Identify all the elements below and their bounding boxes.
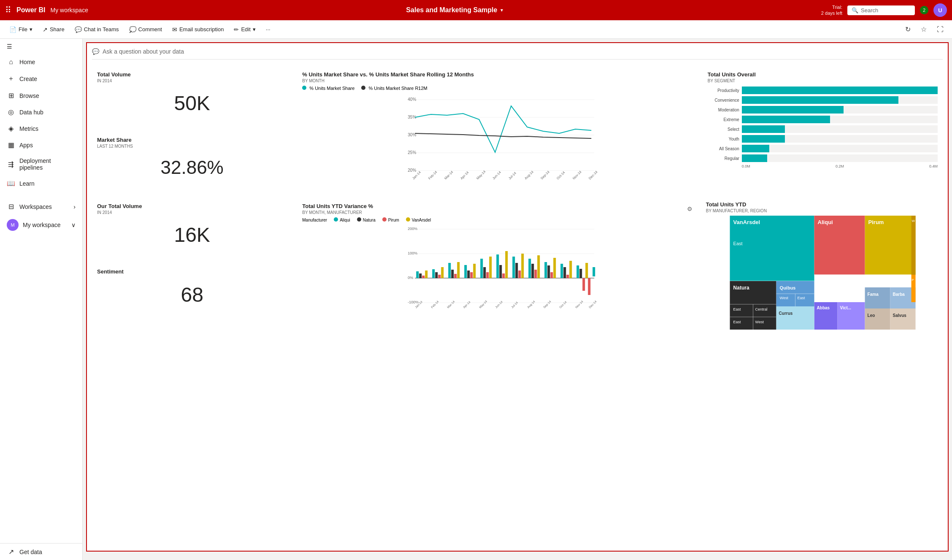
sidebar-item-home[interactable]: ⌂ Home — [0, 54, 82, 70]
top-navigation: ⠿ Power BI My workspace Sales and Market… — [0, 0, 952, 20]
workspace-label[interactable]: My workspace — [50, 7, 88, 14]
waffle-icon[interactable]: ⠿ — [5, 5, 11, 15]
email-subscription-button[interactable]: ✉ Email subscription — [168, 24, 228, 35]
ytd-variance-svg: 200% 100% 0% -100% — [302, 225, 692, 309]
sidebar-item-deployment-pipelines[interactable]: ⇶ Deployment pipelines — [0, 153, 82, 175]
chat-in-teams-button[interactable]: 💬 Chat in Teams — [70, 24, 123, 35]
svg-rect-30 — [416, 271, 419, 278]
sidebar-item-label: Data hub — [19, 109, 43, 116]
more-options-button[interactable]: ··· — [262, 24, 275, 34]
sidebar-item-label: Metrics — [19, 125, 38, 132]
svg-text:Mar-14: Mar-14 — [444, 170, 454, 181]
svg-rect-66 — [561, 264, 563, 278]
sidebar-item-data-hub[interactable]: ◎ Data hub — [0, 104, 82, 120]
svg-text:Feb-14: Feb-14 — [430, 300, 439, 309]
sidebar-item-metrics[interactable]: ◈ Metrics — [0, 120, 82, 137]
legend-natura: Natura — [357, 217, 376, 222]
svg-text:25%: 25% — [408, 150, 416, 155]
comment-label: Comment — [138, 26, 162, 32]
comment-button[interactable]: 💭 Comment — [125, 24, 166, 35]
file-button[interactable]: 📄 File ▾ — [5, 24, 37, 35]
sidebar-item-apps[interactable]: ▦ Apps — [0, 137, 82, 153]
svg-rect-50 — [497, 254, 499, 278]
workspaces-icon: ⊟ — [7, 203, 15, 211]
dashboard-top-grid: Total Volume IN 2014 50K Market Share LA… — [92, 66, 943, 193]
create-icon: ＋ — [7, 74, 15, 83]
svg-rect-62 — [545, 262, 547, 278]
svg-text:Aliqui: Aliqui — [817, 219, 833, 225]
svg-rect-55 — [516, 263, 518, 278]
sidebar-item-learn[interactable]: 📖 Learn — [0, 175, 82, 192]
svg-rect-69 — [570, 261, 572, 278]
svg-rect-40 — [454, 274, 457, 278]
sidebar-item-workspaces[interactable]: ⊟ Workspaces › — [0, 198, 82, 215]
total-units-overall-title: Total Units Overall — [708, 71, 938, 78]
edit-button[interactable]: ✏ Edit ▾ — [230, 24, 260, 35]
get-data-icon: ↗ — [7, 548, 15, 556]
teams-icon: 💬 — [75, 26, 82, 33]
svg-text:20%: 20% — [408, 168, 416, 173]
title-chevron-icon[interactable]: ▾ — [500, 7, 503, 13]
svg-rect-52 — [503, 273, 505, 278]
ytd-variance-title: Total Units YTD Variance % — [302, 203, 373, 209]
svg-text:Central: Central — [755, 307, 767, 311]
svg-text:East: East — [797, 296, 805, 300]
powerbi-logo: Power BI — [16, 6, 45, 14]
learn-icon: 📖 — [7, 179, 15, 187]
apps-icon: ▦ — [7, 141, 15, 149]
svg-text:Dec-14: Dec-14 — [588, 300, 597, 309]
qa-placeholder[interactable]: Ask a question about your data — [103, 48, 184, 55]
sentiment-title: Sentiment — [97, 268, 287, 275]
svg-text:East: East — [733, 241, 742, 246]
favorite-button[interactable]: ☆ — [917, 24, 930, 35]
sidebar-item-get-data[interactable]: ↗ Get data — [0, 544, 82, 560]
sidebar-item-create[interactable]: ＋ Create — [0, 70, 82, 87]
sidebar-item-label: Deployment pipelines — [19, 157, 76, 171]
ytd-info-icon[interactable]: ⚙ — [687, 206, 692, 212]
svg-text:Aug-14: Aug-14 — [527, 300, 536, 309]
more-icon: ··· — [266, 26, 270, 32]
total-volume-title: Total Volume — [97, 71, 287, 78]
sidebar-item-label: Home — [19, 59, 35, 65]
avatar[interactable]: U — [933, 3, 947, 17]
sidebar-item-browse[interactable]: ⊞ Browse — [0, 87, 82, 104]
share-button[interactable]: ↗ Share — [38, 24, 69, 35]
svg-text:Sep-14: Sep-14 — [540, 170, 551, 180]
line-chart-svg: 40% 35% 30% 25% 20% — [302, 93, 692, 186]
svg-text:Sep-14: Sep-14 — [543, 300, 552, 309]
file-icon: 📄 — [9, 26, 16, 33]
svg-rect-68 — [567, 275, 569, 278]
sidebar: ☰ ⌂ Home ＋ Create ⊞ Browse ◎ Data hub ◈ … — [0, 39, 83, 560]
svg-rect-59 — [532, 264, 534, 278]
edit-icon: ✏ — [234, 26, 239, 33]
svg-text:Leo: Leo — [867, 313, 875, 318]
svg-text:Salvus: Salvus — [892, 313, 906, 318]
notification-badge[interactable]: 2 — [920, 6, 928, 14]
line-chart-legend: % Units Market Share % Units Market Shar… — [302, 86, 692, 91]
fullscreen-button[interactable]: ⛶ — [933, 24, 947, 35]
svg-text:Vict...: Vict... — [840, 306, 851, 310]
total-units-ytd-title: Total Units YTD — [706, 201, 939, 208]
total-units-ytd-subtitle: BY MANUFACTURER, REGION — [706, 208, 939, 213]
search-box[interactable]: 🔍 Search — [847, 5, 915, 15]
legend-vanarsdel: VanArsdel — [406, 217, 431, 222]
treemap-container: VanArsdel East Central West East Natura — [706, 216, 939, 330]
bar-row-all-season: All Season — [708, 145, 938, 152]
svg-rect-46 — [481, 259, 483, 278]
svg-text:East: East — [733, 307, 741, 311]
svg-text:Natura: Natura — [733, 285, 749, 291]
deployment-icon: ⇶ — [7, 160, 15, 168]
sidebar-collapse-button[interactable]: ☰ — [0, 39, 82, 54]
sentiment-card: Sentiment 68 — [92, 263, 292, 320]
svg-text:Jul-14: Jul-14 — [508, 171, 517, 180]
svg-rect-140 — [890, 308, 915, 330]
comment-icon: 💭 — [129, 26, 136, 33]
left-metrics-col: Total Volume IN 2014 50K Market Share LA… — [92, 66, 292, 193]
svg-rect-37 — [441, 267, 444, 278]
bar-row-regular: Regular — [708, 154, 938, 162]
refresh-button[interactable]: ↻ — [902, 24, 914, 35]
trial-badge: Trial: 2 days left — [821, 4, 842, 16]
top-nav-right: Trial: 2 days left 🔍 Search 2 U — [821, 3, 947, 17]
file-chevron-icon: ▾ — [30, 26, 32, 32]
sidebar-item-my-workspace[interactable]: M My workspace ∨ — [0, 215, 82, 235]
